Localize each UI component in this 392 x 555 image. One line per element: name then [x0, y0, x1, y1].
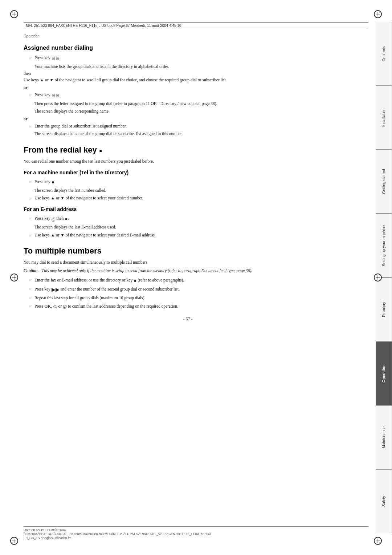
- assigned-step3-text: Enter the group dial or subscriber list …: [34, 123, 352, 129]
- tab-safety[interactable]: Safety: [376, 469, 392, 533]
- or-label-2: or: [24, 117, 352, 121]
- instr-icon-8: ☞: [24, 278, 32, 283]
- email-step1-sub: The screen displays the last E-mail addr…: [34, 224, 352, 230]
- instr-icon-9: ☞: [24, 287, 32, 292]
- instr-icon-7: ☞: [24, 233, 32, 238]
- assigned-step1: ☞ Press key ⊟⊟.: [24, 55, 352, 62]
- tab-contents[interactable]: Contents: [376, 22, 392, 86]
- multiple-step4-text: Press OK, ◇, or @ to confirm the last ad…: [34, 303, 352, 309]
- main-content: Operation Assigned number dialing ☞ Pres…: [24, 29, 352, 526]
- tab-maintenance[interactable]: Maintenance: [376, 405, 392, 469]
- page-number: - 67 -: [24, 317, 352, 321]
- assigned-step1-sub: Your machine lists the group dials and l…: [34, 64, 352, 70]
- reg-mark-tl: [10, 10, 18, 18]
- section-label: Operation: [24, 34, 352, 38]
- assigned-step2-text: Press key ⊟⊟.: [34, 92, 352, 99]
- multiple-step3: ☞ Repeat this last step for all group di…: [24, 295, 352, 301]
- caution-block: Caution – This may be achieved only if t…: [24, 268, 352, 274]
- email-step2-text: Use keys ▲ or ▼ of the navigator to sele…: [34, 232, 352, 238]
- machine-step2: ☞ Use keys ▲ or ▼ of the navigator to se…: [24, 195, 352, 201]
- tab-installation[interactable]: Installation: [376, 86, 392, 150]
- machine-step1-text: Press key ●.: [34, 178, 352, 186]
- email-heading: For an E-mail address: [24, 206, 352, 212]
- from-redial-intro: You can redial one number among the ten …: [24, 158, 352, 165]
- reg-mark-br: [374, 537, 382, 545]
- tab-setting-up[interactable]: Setting up your machine: [376, 214, 392, 278]
- instr-icon-11: ☞: [24, 304, 32, 309]
- instr-icon-10: ☞: [24, 296, 32, 301]
- assigned-step3: ☞ Enter the group dial or subscriber lis…: [24, 123, 352, 129]
- bottom-line1: Date en cours : 11 août 2004: [24, 528, 368, 532]
- machine-number-heading: For a machine number (Tel in the Directo…: [24, 170, 352, 175]
- reg-mark-bl: [10, 537, 18, 545]
- instr-icon-6: ☞: [24, 216, 32, 221]
- machine-step1-sub: The screen displays the last number call…: [34, 187, 352, 194]
- multiple-step1: ☞ Enter the fax or E-mail address, or us…: [24, 277, 352, 284]
- instr-icon-1: ☞: [24, 56, 32, 61]
- email-step1-text: Press key @ then ●.: [34, 215, 352, 223]
- email-step1: ☞ Press key @ then ●.: [24, 215, 352, 223]
- instr-icon-5: ☞: [24, 196, 32, 201]
- reg-mark-ml: [10, 274, 18, 281]
- assigned-step1-text: Press key ⊟⊟.: [34, 55, 352, 62]
- reg-mark-mr: [374, 274, 382, 281]
- step2-sub1-text: Then press the letter assigned to the gr…: [34, 101, 217, 106]
- assigned-step2: ☞ Press key ⊟⊟.: [24, 92, 352, 99]
- to-multiple-intro: You may dial to send a document simultan…: [24, 259, 352, 266]
- email-step2: ☞ Use keys ▲ or ▼ of the navigator to se…: [24, 232, 352, 238]
- machine-step1: ☞ Press key ●.: [24, 178, 352, 186]
- tab-getting-started[interactable]: Getting started: [376, 150, 392, 214]
- instr-icon-3: ☞: [24, 124, 32, 129]
- assigned-step2-sub2: The screen displays the corresponding na…: [34, 108, 352, 114]
- machine-step2-text: Use keys ▲ or ▼ of the navigator to sele…: [34, 195, 352, 201]
- from-redial-heading: From the redial key ●: [24, 145, 352, 155]
- assigned-step3-sub: The screen displays the name of the grou…: [34, 131, 352, 137]
- tab-directory[interactable]: Directory: [376, 278, 392, 341]
- multiple-step2: ☞ Press key ▶▶ and enter the number of t…: [24, 286, 352, 293]
- then-label: then: [24, 71, 352, 76]
- multiple-step2-text: Press key ▶▶ and enter the number of the…: [34, 286, 352, 293]
- use-keys-text: Use keys ▲ or ▼ of the navigator to scro…: [24, 77, 352, 83]
- multiple-step4: ☞ Press OK, ◇, or @ to confirm the last …: [24, 303, 352, 309]
- instr-icon-2: ☞: [24, 93, 32, 98]
- top-bar-text: MFL 251 523 984_FAXCENTRE F116_F116 L US…: [26, 24, 181, 28]
- reg-mark-tr: [374, 10, 382, 18]
- assigned-step2-sub1: Then press the letter assigned to the gr…: [34, 101, 352, 107]
- top-bar: MFL 251 523 984_FAXCENTRE F116_F116 L US…: [24, 22, 368, 29]
- bottom-bar: Date en cours : 11 août 2004 \\Sct01002\…: [24, 526, 368, 540]
- tab-operation[interactable]: Operation: [376, 341, 392, 405]
- multiple-step1-text: Enter the fax or E-mail address, or use …: [34, 277, 352, 284]
- instr-icon-4: ☞: [24, 179, 32, 185]
- or-label-1: or: [24, 85, 352, 90]
- multiple-step3-text: Repeat this last step for all group dial…: [34, 295, 352, 301]
- bottom-line3: FR_GB_ESP\Anglais\Utilisation.fm: [24, 536, 368, 540]
- to-multiple-heading: To multiple numbers: [24, 246, 352, 256]
- bottom-line2: \\Sct01002\BE31-DOC\DOC 31 - En cours\Tr…: [24, 532, 368, 536]
- assigned-number-heading: Assigned number dialing: [24, 45, 352, 51]
